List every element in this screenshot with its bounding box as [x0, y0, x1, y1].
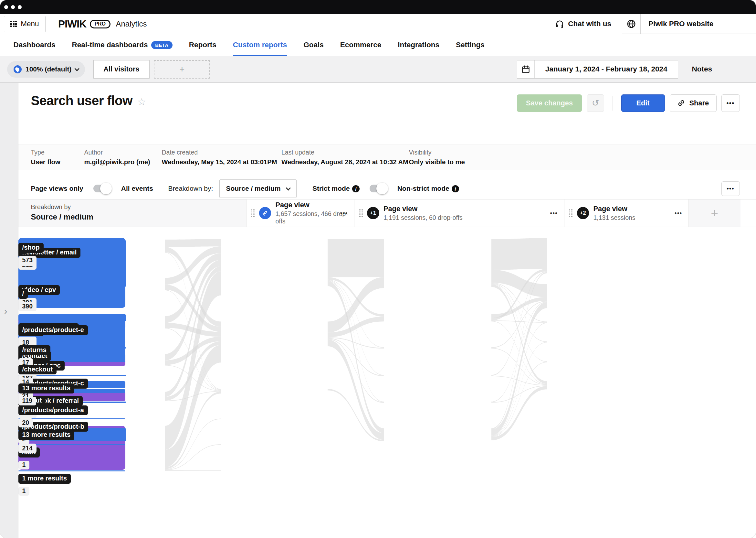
step-more-button[interactable]: •••: [340, 209, 348, 216]
flow-node-1-more-results[interactable]: [19, 470, 125, 471]
tab-dashboards[interactable]: Dashboards: [14, 34, 56, 56]
add-segment-button[interactable]: +: [154, 60, 210, 79]
sankey-link[interactable]: [328, 239, 384, 277]
flow-node-shop[interactable]: [19, 314, 126, 322]
sankey-link[interactable]: [165, 239, 221, 247]
app-window: Menu PIWIK PRO Analytics Chat with us Pi…: [0, 0, 756, 538]
save-changes-button[interactable]: Save changes: [517, 94, 582, 112]
node-label: /products/product-e: [19, 325, 88, 335]
chat-label: Chat with us: [568, 20, 611, 28]
sankey-link[interactable]: [492, 376, 547, 385]
step-plus1-badge: +1: [367, 207, 379, 219]
calendar-icon: [521, 65, 530, 74]
sankey-link[interactable]: [165, 470, 221, 471]
sankey-link[interactable]: [492, 320, 547, 322]
flow-column-headers: Breakdown by Source / medium Page view1,…: [19, 199, 756, 227]
date-range-value: January 1, 2024 - February 18, 2024: [535, 61, 678, 78]
node-count: 573: [19, 256, 37, 265]
tab-realtime-dashboards[interactable]: Real-time dashboardsBETA: [72, 34, 172, 56]
more-actions-button[interactable]: •••: [722, 94, 740, 112]
tab-custom-reports[interactable]: Custom reports: [233, 34, 287, 56]
all-events-label[interactable]: All events: [121, 185, 153, 192]
node-label: /: [19, 289, 28, 299]
meta-value: Wednesday, August 28, 2024 at 10:32 AM: [281, 158, 409, 166]
globe-icon: [627, 19, 636, 29]
step-more-button[interactable]: •••: [675, 209, 682, 216]
main-nav: Dashboards Real-time dashboardsBETA Repo…: [0, 34, 756, 56]
meta-label: Date created: [162, 149, 282, 156]
node-label: /returns: [19, 345, 50, 355]
sankey-link[interactable]: [328, 277, 384, 332]
flow-node-products-product-b[interactable]: [19, 418, 125, 419]
node-label: /shop: [19, 243, 44, 253]
drag-handle-icon[interactable]: [569, 209, 573, 217]
add-step-button[interactable]: +: [688, 199, 740, 227]
step-header-1: Page view1,657 sessions, 466 drop-offs •…: [246, 199, 354, 227]
sampling-dropdown[interactable]: 100% (default): [7, 61, 85, 78]
node-count: 1: [19, 487, 30, 496]
meta-value: Only visible to me: [409, 158, 465, 166]
notes-button[interactable]: Notes: [692, 65, 712, 74]
breakdown-header-cell: Breakdown by Source / medium: [19, 199, 246, 227]
node-label: /checkout: [19, 365, 57, 375]
breakdown-select[interactable]: Source / medium: [219, 180, 297, 198]
window-control-icon[interactable]: [11, 5, 15, 9]
menu-button[interactable]: Menu: [4, 16, 46, 32]
chat-with-us-button[interactable]: Chat with us: [544, 14, 622, 34]
date-range-picker[interactable]: January 1, 2024 - February 18, 2024: [517, 60, 679, 79]
tab-integrations[interactable]: Integrations: [398, 34, 439, 56]
sankey-link[interactable]: [492, 238, 547, 270]
flow-node-products-product-e[interactable]: [19, 321, 126, 323]
favorite-star-icon[interactable]: ☆: [137, 96, 146, 107]
drag-handle-icon[interactable]: [251, 209, 255, 217]
expand-panel-icon[interactable]: ›: [4, 306, 7, 316]
step-header-3: +2 Page view1,131 sessions •••: [564, 199, 689, 227]
tab-ecommerce[interactable]: Ecommerce: [340, 34, 382, 56]
controls-more-button[interactable]: •••: [722, 182, 740, 196]
filter-bar: 100% (default) All visitors + January 1,…: [0, 56, 756, 83]
segment-all-visitors[interactable]: All visitors: [93, 60, 150, 79]
beta-badge: BETA: [151, 41, 172, 49]
nonstrict-mode-label[interactable]: Non-strict modei: [398, 185, 459, 193]
page-views-only-label[interactable]: Page views only: [31, 185, 83, 192]
meta-label: Visibility: [409, 149, 465, 156]
sankey-link[interactable]: [492, 321, 547, 384]
meta-value: User flow: [31, 158, 84, 166]
window-control-icon[interactable]: [18, 5, 22, 9]
divider: [613, 96, 613, 111]
report-metadata: TypeUser flow Authorm.gil@piwik.pro (me)…: [19, 144, 756, 170]
info-icon[interactable]: i: [452, 185, 459, 193]
link-icon: [677, 99, 685, 107]
drag-handle-icon[interactable]: [359, 209, 363, 217]
website-name: Piwik PRO website: [641, 14, 721, 34]
node-label: 13 more results: [19, 383, 74, 394]
meta-label: Author: [84, 149, 162, 156]
edit-button[interactable]: Edit: [621, 94, 665, 112]
strict-mode-label[interactable]: Strict modei: [312, 185, 359, 193]
rocket-icon: [259, 207, 271, 219]
app-header: Menu PIWIK PRO Analytics Chat with us Pi…: [0, 14, 756, 34]
node-label: 13 more results: [19, 430, 74, 440]
window-control-icon[interactable]: [4, 5, 8, 9]
node-label: /products/product-a: [19, 405, 88, 415]
brand-product: Analytics: [116, 20, 147, 28]
events-toggle[interactable]: [93, 185, 111, 192]
brand-piwik: PIWIK: [58, 18, 86, 30]
undo-icon[interactable]: ↺: [587, 94, 604, 112]
tab-goals[interactable]: Goals: [304, 34, 324, 56]
tab-settings[interactable]: Settings: [456, 34, 485, 56]
info-icon[interactable]: i: [352, 185, 359, 193]
website-selector[interactable]: Piwik PRO website: [622, 14, 756, 34]
plus-icon: +: [179, 64, 184, 74]
flow-controls: Page views only All events Breakdown by:…: [19, 177, 756, 201]
brand-logo: PIWIK PRO Analytics: [58, 18, 147, 30]
tab-reports[interactable]: Reports: [189, 34, 216, 56]
meta-value: m.gil@piwik.pro (me): [84, 158, 162, 166]
window-titlebar: [0, 0, 756, 14]
sankey-link[interactable]: [492, 270, 547, 297]
share-button[interactable]: Share: [670, 94, 717, 112]
strict-mode-toggle[interactable]: [370, 185, 387, 192]
sampling-icon: [14, 65, 22, 74]
step-more-button[interactable]: •••: [550, 209, 558, 216]
meta-value: Wednesday, May 15, 2024 at 03:01PM: [162, 158, 282, 166]
